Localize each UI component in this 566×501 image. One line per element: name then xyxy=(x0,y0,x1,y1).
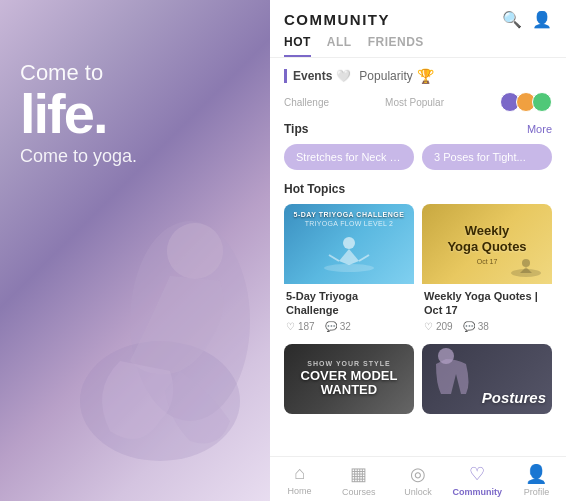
card-info-0: 5-Day Triyoga Challenge ♡ 187 💬 32 xyxy=(284,284,414,336)
tip-item-1[interactable]: 3 Poses for Tight... xyxy=(422,144,552,170)
courses-label: Courses xyxy=(342,487,376,497)
tab-bar: HOT ALL FRIENDS xyxy=(270,29,566,58)
person-svg-3 xyxy=(426,344,476,399)
home-label: Home xyxy=(288,486,312,496)
topic-card-1[interactable]: WeeklyYoga Quotes Oct 17 Weekly Yoga Quo… xyxy=(422,204,552,336)
pose-svg-0 xyxy=(319,233,379,273)
comments-count-0: 32 xyxy=(340,321,351,332)
svg-line-6 xyxy=(359,255,369,261)
card-title-thumb-1: WeeklyYoga Quotes xyxy=(447,223,526,254)
profile-label: Profile xyxy=(524,487,550,497)
topic-card-3[interactable]: Postures xyxy=(422,344,552,414)
unlock-icon: ◎ xyxy=(410,463,426,485)
comment-icon-0: 💬 xyxy=(325,321,337,332)
card-stats-0: ♡ 187 💬 32 xyxy=(286,321,412,332)
header-icons: 🔍 👤 xyxy=(502,10,552,29)
profile-nav-icon: 👤 xyxy=(525,463,547,485)
heart-icon: 🤍 xyxy=(336,69,351,83)
search-icon[interactable]: 🔍 xyxy=(502,10,522,29)
home-icon: ⌂ xyxy=(294,463,305,484)
community-icon: ♡ xyxy=(469,463,485,485)
tips-header: Tips More xyxy=(284,122,552,136)
challenge-label: Challenge xyxy=(284,97,329,108)
profile-icon[interactable]: 👤 xyxy=(532,10,552,29)
svg-point-3 xyxy=(324,264,374,272)
events-filter[interactable]: Events 🤍 xyxy=(284,69,351,83)
nav-unlock[interactable]: ◎ Unlock xyxy=(388,463,447,497)
events-label: Events xyxy=(293,69,332,83)
tips-row: Stretches for Neck and Sh... 3 Poses for… xyxy=(284,144,552,170)
heart-stat-icon-0: ♡ xyxy=(286,321,295,332)
more-link[interactable]: More xyxy=(527,123,552,135)
comments-count-1: 38 xyxy=(478,321,489,332)
popularity-filter[interactable]: Popularity 🏆 xyxy=(359,68,433,84)
community-label: Community xyxy=(452,487,502,497)
right-panel: COMMUNITY 🔍 👤 HOT ALL FRIENDS Events 🤍 P… xyxy=(270,0,566,501)
nav-courses[interactable]: ▦ Courses xyxy=(329,463,388,497)
nav-home[interactable]: ⌂ Home xyxy=(270,463,329,497)
svg-point-2 xyxy=(167,223,223,279)
svg-point-8 xyxy=(522,259,530,267)
card-stats-1: ♡ 209 💬 38 xyxy=(424,321,550,332)
svg-point-4 xyxy=(343,237,355,249)
card-thumb-2: SHOW YOUR STYLE COVER MODELWANTED xyxy=(284,344,414,414)
yoga-figure xyxy=(50,121,270,501)
card-thumb-3: Postures xyxy=(422,344,552,414)
filter-row: Events 🤍 Popularity 🏆 xyxy=(284,68,552,84)
card-detail-0: TRIYOGA FLOW LEVEL 2 xyxy=(294,220,405,227)
page-title: COMMUNITY xyxy=(284,11,390,28)
card-title-0: 5-Day Triyoga Challenge xyxy=(286,289,412,318)
trophy-icon: 🏆 xyxy=(417,68,434,84)
hot-topics-title: Hot Topics xyxy=(284,182,345,196)
courses-icon: ▦ xyxy=(350,463,367,485)
hot-topics-header: Hot Topics xyxy=(284,182,552,196)
cover-main-2: COVER MODELWANTED xyxy=(301,369,398,398)
card-title-1: Weekly Yoga Quotes | Oct 17 xyxy=(424,289,550,318)
left-panel: Come to life. Come to yoga. xyxy=(0,0,270,501)
avatar-group xyxy=(500,92,552,112)
bottom-nav: ⌂ Home ▦ Courses ◎ Unlock ♡ Community 👤 … xyxy=(270,456,566,501)
most-popular-label: Most Popular xyxy=(385,97,444,108)
nav-community[interactable]: ♡ Community xyxy=(448,463,507,497)
comments-stat-1: 💬 38 xyxy=(463,321,489,332)
likes-stat-1: ♡ 209 xyxy=(424,321,453,332)
silhouette-svg-1 xyxy=(506,258,546,278)
card-info-1: Weekly Yoga Quotes | Oct 17 ♡ 209 💬 38 xyxy=(422,284,552,336)
card-thumb-0: 5-DAY TRIYOGA CHALLENGE TRIYOGA FLOW LEV… xyxy=(284,204,414,284)
community-header: COMMUNITY 🔍 👤 xyxy=(270,0,566,29)
topic-card-0[interactable]: 5-DAY TRIYOGA CHALLENGE TRIYOGA FLOW LEV… xyxy=(284,204,414,336)
unlock-label: Unlock xyxy=(404,487,432,497)
sub-filter-row: Challenge Most Popular xyxy=(284,92,552,112)
heart-stat-icon-1: ♡ xyxy=(424,321,433,332)
come-to-yoga-label: Come to yoga. xyxy=(20,146,137,167)
comments-stat-0: 💬 32 xyxy=(325,321,351,332)
avatar-3 xyxy=(532,92,552,112)
left-tagline: Come to life. Come to yoga. xyxy=(20,60,137,167)
tab-friends[interactable]: FRIENDS xyxy=(368,35,424,57)
svg-line-5 xyxy=(329,255,339,261)
tab-all[interactable]: ALL xyxy=(327,35,352,57)
life-label: life. xyxy=(20,86,137,142)
card-sub-0: 5-DAY TRIYOGA CHALLENGE xyxy=(294,211,405,218)
likes-stat-0: ♡ 187 xyxy=(286,321,315,332)
popularity-label: Popularity xyxy=(359,69,412,83)
likes-count-1: 209 xyxy=(436,321,453,332)
tip-item-0[interactable]: Stretches for Neck and Sh... xyxy=(284,144,414,170)
comment-icon-1: 💬 xyxy=(463,321,475,332)
tab-hot[interactable]: HOT xyxy=(284,35,311,57)
likes-count-0: 187 xyxy=(298,321,315,332)
come-to-label: Come to xyxy=(20,60,137,86)
tips-title: Tips xyxy=(284,122,308,136)
content-area: Events 🤍 Popularity 🏆 Challenge Most Pop… xyxy=(270,58,566,456)
card-sub-2: SHOW YOUR STYLE xyxy=(301,360,398,367)
nav-profile[interactable]: 👤 Profile xyxy=(507,463,566,497)
topic-card-2[interactable]: SHOW YOUR STYLE COVER MODELWANTED ✏️ xyxy=(284,344,414,414)
card-thumb-1: WeeklyYoga Quotes Oct 17 xyxy=(422,204,552,284)
hot-topics-grid: 5-DAY TRIYOGA CHALLENGE TRIYOGA FLOW LEV… xyxy=(284,204,552,414)
postures-label: Postures xyxy=(482,389,546,406)
